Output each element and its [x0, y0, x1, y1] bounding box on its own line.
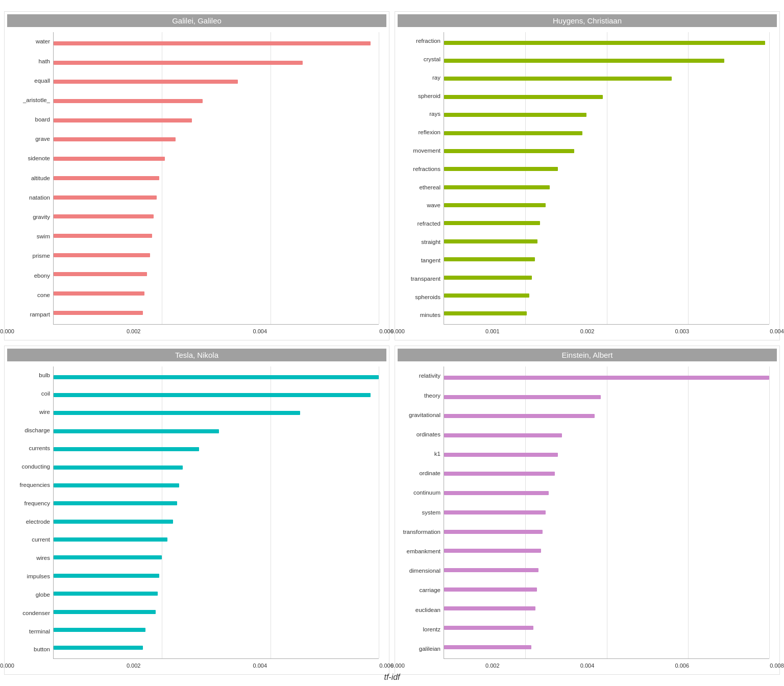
bar-row [54, 214, 379, 218]
bar-row [444, 167, 769, 171]
bar [54, 646, 143, 650]
y-label: frequency [10, 501, 50, 507]
y-label: system [400, 510, 440, 516]
y-label: globe [10, 592, 50, 598]
bar [444, 167, 558, 171]
y-label: tangent [400, 258, 440, 264]
x-tick-label: 0.000 [390, 328, 405, 334]
bar-row [54, 646, 379, 650]
y-label: current [10, 537, 50, 543]
y-label: rays [400, 111, 440, 117]
y-label: refracted [400, 221, 440, 227]
y-label: natation [10, 195, 50, 201]
bar-row [444, 41, 769, 45]
bar [54, 291, 144, 296]
y-label: k1 [400, 451, 440, 457]
bar-row [54, 465, 379, 470]
y-label: carriage [400, 587, 440, 594]
chart-galilei: Galilei, Galileowaterhathequall_aristotl… [4, 11, 389, 340]
bar [444, 293, 529, 298]
bar [444, 626, 533, 630]
y-label: frequencies [10, 482, 50, 488]
y-label: coil [10, 391, 50, 397]
bar [54, 137, 176, 141]
y-label: equall [10, 78, 50, 84]
y-label: galileian [400, 646, 440, 652]
bar [54, 520, 173, 524]
bar [444, 510, 546, 514]
bar-row [54, 537, 379, 542]
bar [54, 195, 157, 200]
bar-row [444, 414, 769, 418]
x-tick-label: 0.002 [126, 663, 141, 669]
chart-einstein: Einstein, Albertrelativitytheorygravitat… [395, 346, 780, 675]
bar-row [444, 433, 769, 437]
grid-line [162, 366, 162, 658]
y-label: bulb [10, 373, 50, 379]
bar-row [54, 176, 379, 180]
y-label: euclidean [400, 607, 440, 614]
y-label: refraction [400, 38, 440, 44]
bar-row [444, 606, 769, 610]
bar-row [444, 510, 769, 514]
bar-row [444, 239, 769, 243]
bar [444, 221, 540, 225]
bar [444, 433, 562, 437]
bar-row [444, 587, 769, 592]
y-label: board [10, 117, 50, 123]
bar [54, 311, 143, 315]
bar-row [444, 453, 769, 457]
y-label: impulses [10, 574, 50, 580]
y-label: ordinates [400, 432, 440, 438]
bar [444, 549, 541, 553]
x-tick-label: 0.004 [769, 328, 784, 334]
bar-row [444, 491, 769, 495]
y-label: grave [10, 136, 50, 142]
y-label: ethereal [400, 185, 440, 191]
bar-row [54, 272, 379, 276]
y-label: reflexion [400, 130, 440, 136]
y-label: gravitational [400, 412, 440, 419]
bar-row [54, 157, 379, 161]
bar [54, 429, 219, 433]
charts-grid: Galilei, Galileowaterhathequall_aristotl… [4, 11, 780, 675]
bar [444, 276, 532, 280]
bar-row [444, 549, 769, 553]
y-label: button [10, 647, 50, 653]
x-tick-label: 0.008 [769, 663, 784, 669]
bar-row [54, 411, 379, 415]
bar-row [444, 626, 769, 630]
bar [444, 203, 546, 207]
bar [54, 537, 167, 542]
bar [54, 483, 179, 487]
y-label: spheroids [400, 295, 440, 301]
grid-line [769, 366, 770, 658]
bar [54, 610, 156, 614]
bar-row [444, 77, 769, 81]
bar-row [444, 221, 769, 225]
bar [444, 95, 603, 99]
bar [54, 80, 238, 84]
bar [444, 41, 765, 45]
bar [444, 311, 527, 315]
y-label: transparent [400, 276, 440, 282]
y-label: electrode [10, 519, 50, 525]
grid-line [379, 32, 379, 324]
bar-row [444, 149, 769, 153]
y-label: gravity [10, 214, 50, 220]
bar [54, 214, 154, 218]
bar [54, 393, 371, 397]
bar [444, 376, 769, 380]
bar [444, 131, 582, 135]
bar [54, 628, 145, 632]
x-tick-label: 0.003 [674, 328, 690, 334]
bar-row [444, 113, 769, 117]
y-label: minutes [400, 312, 440, 318]
grid-line [607, 32, 607, 324]
bar [444, 113, 586, 117]
y-label: sidenote [10, 156, 50, 162]
x-tick-label: 0.002 [126, 328, 141, 334]
y-label: rampart [10, 312, 50, 318]
bar-row [444, 376, 769, 380]
bar-row [444, 276, 769, 280]
